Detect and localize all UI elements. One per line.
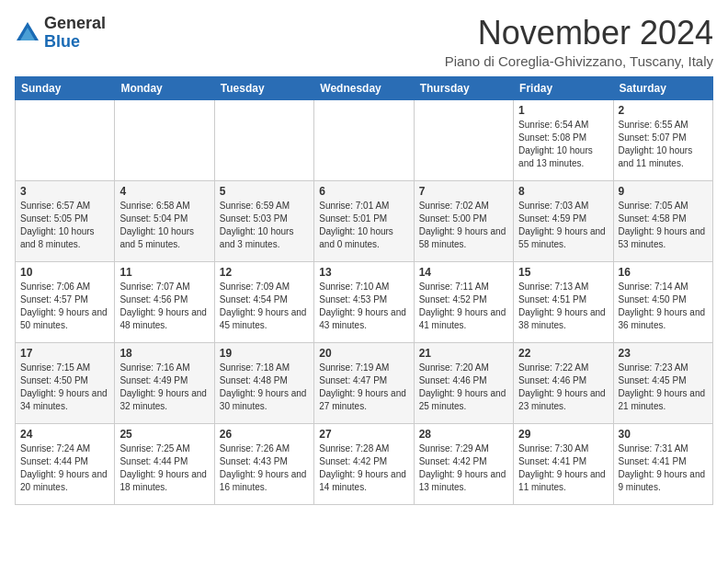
day-info: Sunrise: 7:01 AM Sunset: 5:01 PM Dayligh…	[319, 200, 408, 251]
day-header-saturday: Saturday	[613, 76, 712, 99]
calendar-cell: 28Sunrise: 7:29 AM Sunset: 4:42 PM Dayli…	[414, 423, 513, 504]
calendar-week-2: 3Sunrise: 6:57 AM Sunset: 5:05 PM Daylig…	[16, 180, 713, 261]
calendar-cell: 14Sunrise: 7:11 AM Sunset: 4:52 PM Dayli…	[414, 261, 513, 342]
day-number: 8	[518, 185, 608, 198]
calendar-cell: 23Sunrise: 7:23 AM Sunset: 4:45 PM Dayli…	[613, 342, 712, 423]
calendar-header-row: SundayMondayTuesdayWednesdayThursdayFrid…	[16, 76, 713, 99]
day-info: Sunrise: 7:07 AM Sunset: 4:56 PM Dayligh…	[119, 281, 209, 332]
logo: General Blue	[15, 15, 106, 52]
day-info: Sunrise: 7:05 AM Sunset: 4:58 PM Dayligh…	[619, 200, 708, 251]
logo-blue: Blue	[44, 32, 80, 51]
calendar-cell: 20Sunrise: 7:19 AM Sunset: 4:47 PM Dayli…	[314, 342, 414, 423]
day-number: 26	[220, 428, 309, 441]
day-info: Sunrise: 7:22 AM Sunset: 4:46 PM Dayligh…	[518, 362, 608, 413]
calendar-cell	[16, 99, 115, 180]
calendar-cell: 1Sunrise: 6:54 AM Sunset: 5:08 PM Daylig…	[514, 99, 613, 180]
location-title: Piano di Coreglia-Ghivizzano, Tuscany, I…	[445, 53, 713, 69]
day-info: Sunrise: 7:03 AM Sunset: 4:59 PM Dayligh…	[518, 200, 608, 251]
calendar-cell: 30Sunrise: 7:31 AM Sunset: 4:41 PM Dayli…	[613, 423, 712, 504]
calendar-week-3: 10Sunrise: 7:06 AM Sunset: 4:57 PM Dayli…	[16, 261, 713, 342]
day-number: 22	[518, 347, 608, 360]
day-header-tuesday: Tuesday	[214, 76, 313, 99]
day-info: Sunrise: 6:58 AM Sunset: 5:04 PM Dayligh…	[119, 200, 209, 251]
day-info: Sunrise: 7:14 AM Sunset: 4:50 PM Dayligh…	[619, 281, 708, 332]
day-number: 29	[518, 428, 608, 441]
calendar-cell: 29Sunrise: 7:30 AM Sunset: 4:41 PM Dayli…	[514, 423, 613, 504]
day-info: Sunrise: 7:10 AM Sunset: 4:53 PM Dayligh…	[319, 281, 408, 332]
day-header-sunday: Sunday	[16, 76, 115, 99]
calendar-cell: 6Sunrise: 7:01 AM Sunset: 5:01 PM Daylig…	[314, 180, 414, 261]
day-number: 10	[20, 266, 109, 279]
day-info: Sunrise: 7:24 AM Sunset: 4:44 PM Dayligh…	[20, 442, 109, 494]
calendar-table: SundayMondayTuesdayWednesdayThursdayFrid…	[15, 76, 713, 505]
calendar-cell: 2Sunrise: 6:55 AM Sunset: 5:07 PM Daylig…	[613, 99, 712, 180]
day-number: 1	[518, 104, 608, 117]
day-number: 4	[119, 185, 209, 198]
day-number: 14	[419, 266, 508, 279]
calendar-cell: 25Sunrise: 7:25 AM Sunset: 4:44 PM Dayli…	[115, 423, 214, 504]
day-info: Sunrise: 7:15 AM Sunset: 4:50 PM Dayligh…	[20, 362, 109, 413]
calendar-cell: 19Sunrise: 7:18 AM Sunset: 4:48 PM Dayli…	[214, 342, 313, 423]
day-number: 20	[319, 347, 408, 360]
calendar-cell: 9Sunrise: 7:05 AM Sunset: 4:58 PM Daylig…	[613, 180, 712, 261]
day-number: 11	[119, 266, 209, 279]
day-number: 30	[619, 428, 708, 441]
day-info: Sunrise: 7:25 AM Sunset: 4:44 PM Dayligh…	[119, 442, 209, 494]
calendar-cell: 16Sunrise: 7:14 AM Sunset: 4:50 PM Dayli…	[613, 261, 712, 342]
day-number: 18	[119, 347, 209, 360]
calendar-cell: 7Sunrise: 7:02 AM Sunset: 5:00 PM Daylig…	[414, 180, 513, 261]
day-info: Sunrise: 6:55 AM Sunset: 5:07 PM Dayligh…	[619, 119, 708, 170]
day-number: 6	[319, 185, 408, 198]
calendar-cell	[314, 99, 414, 180]
calendar-cell: 8Sunrise: 7:03 AM Sunset: 4:59 PM Daylig…	[514, 180, 613, 261]
day-info: Sunrise: 6:57 AM Sunset: 5:05 PM Dayligh…	[20, 200, 109, 251]
day-info: Sunrise: 7:20 AM Sunset: 4:46 PM Dayligh…	[419, 362, 508, 413]
calendar-cell: 15Sunrise: 7:13 AM Sunset: 4:51 PM Dayli…	[514, 261, 613, 342]
day-info: Sunrise: 7:02 AM Sunset: 5:00 PM Dayligh…	[419, 200, 508, 251]
day-info: Sunrise: 6:54 AM Sunset: 5:08 PM Dayligh…	[518, 119, 608, 170]
calendar-cell: 10Sunrise: 7:06 AM Sunset: 4:57 PM Dayli…	[16, 261, 115, 342]
day-info: Sunrise: 7:09 AM Sunset: 4:54 PM Dayligh…	[220, 281, 309, 332]
day-info: Sunrise: 7:28 AM Sunset: 4:42 PM Dayligh…	[319, 442, 408, 494]
day-number: 25	[119, 428, 209, 441]
page-header: General Blue November 2024 Piano di Core…	[15, 15, 713, 69]
day-header-monday: Monday	[115, 76, 214, 99]
day-number: 17	[20, 347, 109, 360]
day-info: Sunrise: 6:59 AM Sunset: 5:03 PM Dayligh…	[220, 200, 309, 251]
calendar-cell: 22Sunrise: 7:22 AM Sunset: 4:46 PM Dayli…	[514, 342, 613, 423]
calendar-cell: 18Sunrise: 7:16 AM Sunset: 4:49 PM Dayli…	[115, 342, 214, 423]
day-info: Sunrise: 7:16 AM Sunset: 4:49 PM Dayligh…	[119, 362, 209, 413]
day-info: Sunrise: 7:26 AM Sunset: 4:43 PM Dayligh…	[220, 442, 309, 494]
calendar-cell	[414, 99, 513, 180]
day-info: Sunrise: 7:29 AM Sunset: 4:42 PM Dayligh…	[419, 442, 508, 494]
calendar-cell: 11Sunrise: 7:07 AM Sunset: 4:56 PM Dayli…	[115, 261, 214, 342]
calendar-cell: 13Sunrise: 7:10 AM Sunset: 4:53 PM Dayli…	[314, 261, 414, 342]
day-number: 7	[419, 185, 508, 198]
day-number: 23	[619, 347, 708, 360]
day-info: Sunrise: 7:18 AM Sunset: 4:48 PM Dayligh…	[220, 362, 309, 413]
calendar-cell: 26Sunrise: 7:26 AM Sunset: 4:43 PM Dayli…	[214, 423, 313, 504]
day-number: 12	[220, 266, 309, 279]
calendar-cell: 27Sunrise: 7:28 AM Sunset: 4:42 PM Dayli…	[314, 423, 414, 504]
day-number: 3	[20, 185, 109, 198]
calendar-cell	[115, 99, 214, 180]
month-title: November 2024	[445, 15, 713, 52]
day-info: Sunrise: 7:23 AM Sunset: 4:45 PM Dayligh…	[619, 362, 708, 413]
day-number: 16	[619, 266, 708, 279]
day-number: 27	[319, 428, 408, 441]
day-info: Sunrise: 7:11 AM Sunset: 4:52 PM Dayligh…	[419, 281, 508, 332]
day-number: 9	[619, 185, 708, 198]
logo-general: General	[44, 14, 106, 32]
day-number: 24	[20, 428, 109, 441]
calendar-cell: 12Sunrise: 7:09 AM Sunset: 4:54 PM Dayli…	[214, 261, 313, 342]
day-number: 5	[220, 185, 309, 198]
day-number: 19	[220, 347, 309, 360]
calendar-cell: 21Sunrise: 7:20 AM Sunset: 4:46 PM Dayli…	[414, 342, 513, 423]
calendar-week-5: 24Sunrise: 7:24 AM Sunset: 4:44 PM Dayli…	[16, 423, 713, 504]
day-number: 15	[518, 266, 608, 279]
calendar-cell: 4Sunrise: 6:58 AM Sunset: 5:04 PM Daylig…	[115, 180, 214, 261]
calendar-cell: 24Sunrise: 7:24 AM Sunset: 4:44 PM Dayli…	[16, 423, 115, 504]
calendar-cell: 17Sunrise: 7:15 AM Sunset: 4:50 PM Dayli…	[16, 342, 115, 423]
calendar-cell	[214, 99, 313, 180]
day-number: 2	[619, 104, 708, 117]
